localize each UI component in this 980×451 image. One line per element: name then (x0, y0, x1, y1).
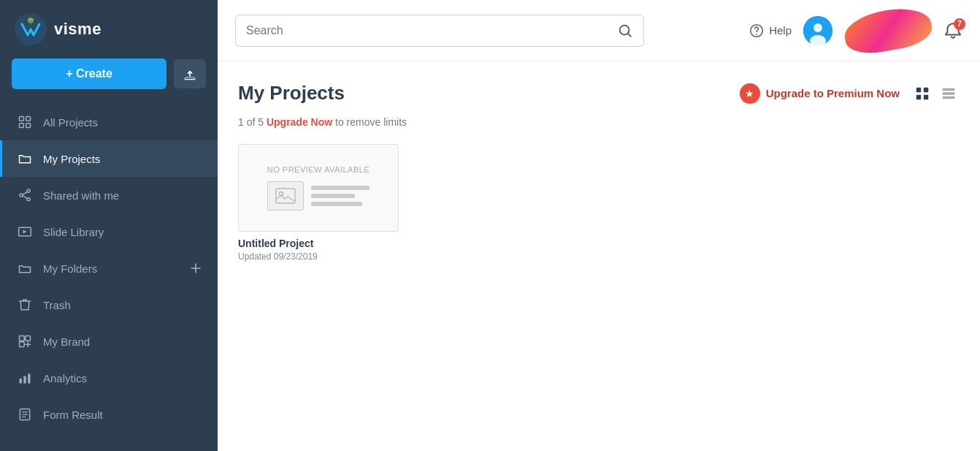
limit-count: 1 of 5 (238, 116, 264, 128)
logo-text: visme (54, 20, 102, 39)
project-date: Updated 09/23/2019 (238, 251, 399, 262)
form-icon (17, 406, 33, 422)
visme-logo-icon (15, 13, 47, 45)
svg-rect-12 (26, 336, 31, 341)
search-button[interactable] (617, 23, 633, 39)
content-header: My Projects ★ Upgrade to Premium Now (238, 82, 960, 105)
search-icon (617, 23, 633, 39)
preview-line-1 (311, 186, 370, 190)
sidebar-item-my-projects[interactable]: My Projects (0, 140, 218, 177)
upgrade-text: Upgrade to Premium Now (766, 87, 900, 99)
notification-button[interactable]: 7 (943, 21, 962, 40)
trash-icon (17, 297, 33, 313)
page-title: My Projects (238, 82, 345, 105)
limit-suffix: to remove limits (335, 116, 407, 128)
svg-rect-28 (924, 94, 928, 99)
brand-icon (17, 333, 33, 349)
sidebar-item-shared-with-me[interactable]: Shared with me (0, 177, 218, 213)
preview-line-3 (311, 202, 362, 206)
avatar[interactable] (803, 16, 832, 45)
svg-rect-15 (23, 376, 26, 384)
add-folder-button[interactable] (188, 261, 203, 276)
folder-plain-icon (17, 260, 33, 276)
list-view-icon (941, 86, 957, 102)
svg-rect-26 (924, 87, 928, 91)
topbar: Help 7 (218, 0, 980, 61)
svg-point-21 (756, 34, 757, 35)
preview-image-icon (267, 181, 304, 211)
svg-rect-5 (20, 124, 24, 128)
limit-text: 1 of 5 Upgrade Now to remove limits (238, 116, 960, 128)
analytics-icon (17, 370, 33, 386)
svg-rect-11 (20, 336, 25, 341)
avatar-icon (803, 16, 832, 45)
project-name: Untitled Project (238, 238, 399, 249)
projects-grid: NO PREVIEW AVAILABLE (238, 144, 960, 262)
svg-point-7 (27, 189, 30, 192)
sidebar-item-slide-library-label: Slide Library (43, 226, 203, 238)
sidebar-item-my-projects-label: My Projects (43, 153, 203, 165)
topbar-right: Help 7 (749, 10, 962, 50)
create-button[interactable]: + Create (12, 58, 166, 89)
svg-rect-25 (916, 87, 921, 91)
preview-text-lines (311, 186, 370, 206)
help-label: Help (769, 24, 792, 37)
svg-rect-6 (26, 124, 31, 128)
svg-rect-3 (20, 117, 24, 121)
list-view-button[interactable] (938, 83, 960, 105)
content-area: My Projects ★ Upgrade to Premium Now (218, 61, 980, 282)
no-preview-label: NO PREVIEW AVAILABLE (267, 165, 370, 174)
sidebar-item-slide-library[interactable]: Slide Library (0, 213, 218, 250)
grid-view-button[interactable] (911, 83, 933, 105)
svg-point-9 (27, 198, 30, 201)
sidebar-item-form-result[interactable]: Form Result (0, 396, 218, 433)
svg-rect-29 (943, 88, 955, 91)
sidebar-item-my-brand-label: My Brand (43, 336, 203, 348)
svg-rect-32 (276, 189, 295, 203)
sidebar: visme + Create All Projects (0, 0, 218, 451)
user-profile-image[interactable] (841, 3, 935, 58)
upgrade-link[interactable]: Upgrade Now (267, 116, 332, 128)
search-input[interactable] (246, 15, 617, 46)
main-content: Help 7 My Projects (218, 0, 980, 451)
svg-rect-16 (28, 374, 30, 383)
sidebar-item-trash[interactable]: Trash (0, 287, 218, 323)
upload-button[interactable] (174, 59, 206, 88)
notification-badge: 7 (954, 18, 965, 30)
search-box[interactable] (235, 15, 644, 47)
svg-rect-2 (185, 77, 194, 78)
view-toggle (911, 83, 960, 105)
sidebar-item-my-brand[interactable]: My Brand (0, 323, 218, 360)
upload-icon (183, 67, 197, 81)
sidebar-item-all-projects[interactable]: All Projects (0, 104, 218, 140)
help-button[interactable]: Help (749, 23, 792, 39)
sidebar-item-all-projects-label: All Projects (43, 116, 203, 129)
sidebar-item-form-result-label: Form Result (43, 409, 203, 421)
svg-point-8 (20, 194, 23, 197)
sidebar-item-trash-label: Trash (43, 299, 203, 311)
logo-area: visme (0, 0, 218, 58)
image-placeholder-icon (275, 188, 296, 204)
slides-icon (17, 224, 33, 240)
preview-placeholder (267, 181, 370, 211)
project-preview: NO PREVIEW AVAILABLE (238, 144, 399, 232)
upgrade-banner[interactable]: ★ Upgrade to Premium Now (740, 83, 900, 104)
svg-rect-14 (20, 379, 22, 384)
sidebar-item-analytics[interactable]: Analytics (0, 360, 218, 396)
grid-icon (17, 114, 33, 130)
svg-rect-4 (26, 117, 31, 121)
grid-view-icon (914, 86, 930, 102)
svg-rect-30 (943, 92, 955, 95)
sidebar-item-shared-with-me-label: Shared with me (43, 189, 203, 202)
upgrade-star-icon: ★ (740, 83, 760, 104)
svg-point-23 (814, 23, 822, 32)
svg-rect-31 (943, 96, 955, 99)
project-card[interactable]: NO PREVIEW AVAILABLE (238, 144, 399, 262)
share-icon (17, 187, 33, 203)
sidebar-nav: All Projects My Projects Shared with me (0, 104, 218, 433)
folder-icon (17, 151, 33, 167)
help-icon (749, 23, 765, 39)
sidebar-item-analytics-label: Analytics (43, 372, 203, 384)
sidebar-item-my-folders[interactable]: My Folders (0, 250, 218, 287)
svg-rect-13 (20, 342, 25, 347)
